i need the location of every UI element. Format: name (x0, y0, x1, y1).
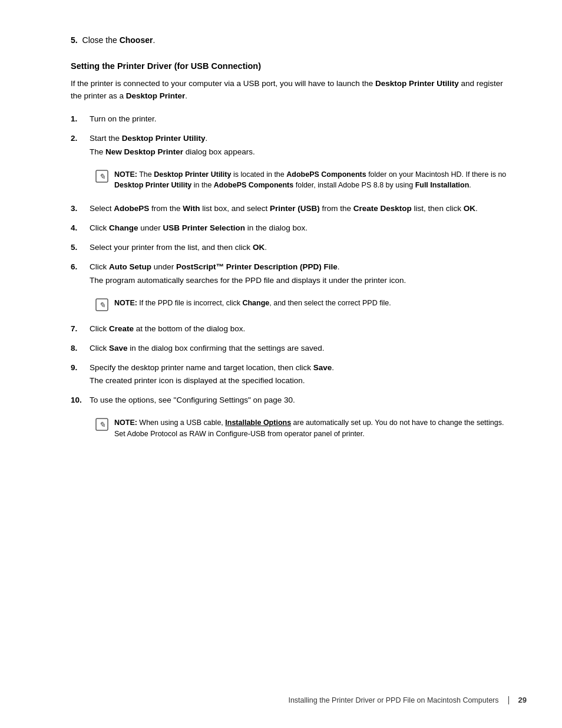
steps-list: 1. Turn on the printer. 2. Start the Des… (71, 113, 509, 443)
intro-paragraph: If the printer is connected to your comp… (71, 78, 509, 103)
step-9-subline: The created printer icon is displayed at… (90, 375, 509, 387)
step-10-content: To use the options, see "Configuring Set… (90, 394, 509, 407)
note-2-icon: ✎ (95, 298, 108, 311)
step-5-content: Select your printer from the list, and t… (90, 242, 509, 254)
svg-text:✎: ✎ (99, 301, 105, 309)
step-5-pre-text: Close the Chooser. (82, 35, 156, 45)
note-1-text: NOTE: The Desktop Printer Utility is loc… (114, 169, 509, 192)
step-4-content: Click Change under USB Printer Selection… (90, 222, 509, 235)
step-9-number: 9. (71, 362, 90, 388)
step-3: 3. Select AdobePS from the With list box… (71, 203, 509, 215)
note-2-container: ✎ NOTE: If the PPD file is incorrect, cl… (71, 294, 509, 315)
page: 5. Close the Chooser. Setting the Printe… (0, 0, 562, 728)
step-1: 1. Turn on the printer. (71, 113, 509, 126)
step-1-content: Turn on the printer. (90, 113, 509, 126)
step-9: 9. Specify the desktop printer name and … (71, 362, 509, 388)
step-6-subline: The program automatically searches for t… (90, 275, 509, 287)
step-6: 6. Click Auto Setup under PostScript™ Pr… (71, 261, 509, 287)
step-10: 10. To use the options, see "Configuring… (71, 394, 509, 407)
note-3-container: ✎ NOTE: When using a USB cable, Installa… (71, 414, 509, 443)
note-3-label: NOTE: (114, 419, 137, 427)
note-3-box: ✎ NOTE: When using a USB cable, Installa… (95, 414, 509, 443)
step-5-number: 5. (71, 242, 90, 254)
step-5-pre-number: 5. (71, 35, 78, 45)
note-2-box: ✎ NOTE: If the PPD file is incorrect, cl… (95, 294, 509, 315)
step-2-number: 2. (71, 133, 90, 159)
note-1-box: ✎ NOTE: The Desktop Printer Utility is l… (95, 166, 509, 195)
section-heading: Setting the Printer Driver (for USB Conn… (71, 61, 509, 71)
step-3-content: Select AdobePS from the With list box, a… (90, 203, 509, 215)
step-6-content: Click Auto Setup under PostScript™ Print… (90, 261, 509, 287)
step-5-pre: 5. Close the Chooser. (71, 35, 509, 45)
step-8-number: 8. (71, 342, 90, 355)
step-3-number: 3. (71, 203, 90, 215)
step-4: 4. Click Change under USB Printer Select… (71, 222, 509, 235)
step-2: 2. Start the Desktop Printer Utility. Th… (71, 133, 509, 159)
step-8-content: Click Save in the dialog box confirming … (90, 342, 509, 355)
svg-text:✎: ✎ (99, 420, 105, 429)
step-7: 7. Click Create at the bottom of the dia… (71, 323, 509, 335)
step-4-number: 4. (71, 222, 90, 235)
step-9-content: Specify the desktop printer name and tar… (90, 362, 509, 388)
note-3-text: NOTE: When using a USB cable, Installabl… (114, 417, 509, 440)
footer-page-number: 29 (518, 696, 527, 704)
step-7-content: Click Create at the bottom of the dialog… (90, 323, 509, 335)
step-6-number: 6. (71, 261, 90, 287)
note-3-icon: ✎ (95, 418, 108, 431)
step-1-number: 1. (71, 113, 90, 126)
step-8: 8. Click Save in the dialog box confirmi… (71, 342, 509, 355)
note-1-label: NOTE: (114, 170, 137, 179)
svg-text:✎: ✎ (99, 172, 105, 181)
note-1-container: ✎ NOTE: The Desktop Printer Utility is l… (71, 166, 509, 195)
step-5: 5. Select your printer from the list, an… (71, 242, 509, 254)
step-10-number: 10. (71, 394, 90, 407)
footer: Installing the Printer Driver or PPD Fil… (0, 696, 562, 704)
footer-divider-icon (508, 696, 509, 704)
step-2-content: Start the Desktop Printer Utility. The N… (90, 133, 509, 159)
note-1-icon: ✎ (95, 170, 108, 183)
footer-text: Installing the Printer Driver or PPD Fil… (288, 696, 527, 704)
note-2-text: NOTE: If the PPD file is incorrect, clic… (114, 298, 509, 309)
step-7-number: 7. (71, 323, 90, 335)
footer-description: Installing the Printer Driver or PPD Fil… (288, 696, 498, 704)
note-2-label: NOTE: (114, 299, 137, 307)
step-2-subline: The New Desktop Printer dialog box appea… (90, 146, 509, 159)
